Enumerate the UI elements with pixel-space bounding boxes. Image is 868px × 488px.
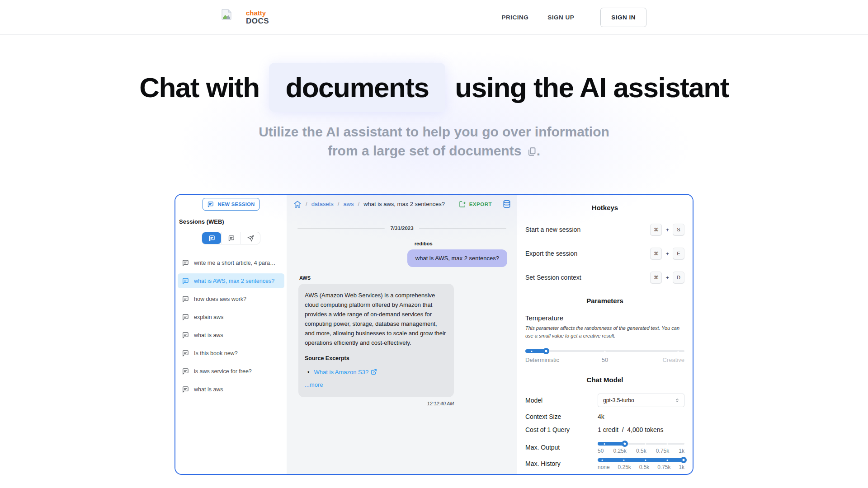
session-item[interactable]: write me a short article, 4 para… <box>178 255 284 270</box>
home-icon[interactable] <box>293 200 302 208</box>
key-plus: + <box>665 250 669 257</box>
sign-in-button[interactable]: SIGN IN <box>600 8 646 27</box>
breadcrumb-link-datasets[interactable]: datasets <box>311 201 334 207</box>
ai-message: AWS AWS (Amazon Web Services) is a compr… <box>298 275 507 406</box>
session-item[interactable]: is aws service for free? <box>178 364 284 379</box>
chat-bubble-icon <box>182 386 189 393</box>
hero-subtitle-end: . <box>537 143 540 158</box>
main-nav: PRICING SIGN UP SIGN IN <box>501 8 646 27</box>
session-item-active[interactable]: what is AWS, max 2 sentences? <box>178 273 284 288</box>
key-cmd: ⌘ <box>650 248 662 259</box>
hotkey-label: Export the session <box>525 250 577 257</box>
temperature-scale: Deterministic 50 Creative <box>525 357 684 363</box>
ai-message-body: AWS (Amazon Web Services) is a comprehen… <box>305 291 448 347</box>
session-item[interactable]: explain aws <box>178 310 284 324</box>
breadcrumb-separator: / <box>338 201 340 207</box>
logo[interactable]: chatty DOCS <box>222 9 269 26</box>
new-session-button[interactable]: NEW SESSION <box>203 198 259 211</box>
context-size-row: Context Size 4k <box>525 413 684 420</box>
tab-telegram-sessions[interactable] <box>241 232 260 244</box>
app-preview-card: NEW SESSION Sessions (WEB) write me a sh… <box>175 194 693 475</box>
site-header: chatty DOCS PRICING SIGN UP SIGN IN <box>0 0 868 35</box>
session-item[interactable]: what is aws <box>178 328 284 343</box>
session-item[interactable]: how does aws work? <box>178 291 284 306</box>
scale-right: Creative <box>663 357 684 363</box>
logo-broken-image-icon <box>222 9 231 20</box>
export-button[interactable]: EXPORT <box>459 201 492 208</box>
context-size-value: 4k <box>598 413 604 420</box>
session-source-tabs <box>202 232 260 244</box>
cost-row: Cost of 1 Query 1 credit / 4,000 tokens <box>525 426 684 433</box>
source-excerpts-title: Source Excerpts <box>305 354 448 363</box>
message-timestamp: 12:12:40 AM <box>298 401 454 406</box>
logo-text-line2: DOCS <box>246 17 269 26</box>
source-link[interactable]: What is Amazon S3? <box>314 367 377 377</box>
key-plus: + <box>665 226 669 233</box>
breadcrumb: / datasets / aws / what is aws, max 2 se… <box>287 195 517 213</box>
source-excerpts-list: What is Amazon S3? <box>307 367 448 377</box>
max-output-slider[interactable] <box>598 441 684 447</box>
nav-signup[interactable]: SIGN UP <box>547 14 574 21</box>
nav-pricing[interactable]: PRICING <box>501 14 528 21</box>
chevron-updown-icon <box>675 397 680 404</box>
key-cmd: ⌘ <box>650 272 662 283</box>
temperature-slider[interactable] <box>525 348 684 354</box>
more-link[interactable]: ...more <box>305 380 448 389</box>
chat-bubble-icon <box>182 259 189 267</box>
hero-title: Chat with documents using the AI assista… <box>0 74 868 102</box>
model-label: Model <box>525 397 598 404</box>
export-icon <box>459 201 466 208</box>
settings-panel: Hotkeys Start a new session ⌘ + S Export… <box>517 195 693 475</box>
breadcrumb-link-aws[interactable]: aws <box>343 201 354 207</box>
chat-bubble-icon <box>182 332 189 339</box>
user-message: redibos what is AWS, max 2 sentences? <box>297 241 507 267</box>
hotkey-label: Set Session context <box>525 274 581 281</box>
chat-panel: / datasets / aws / what is aws, max 2 se… <box>287 195 517 475</box>
cost-value: 1 credit / 4,000 tokens <box>598 426 664 433</box>
model-row: Model gpt-3.5-turbo <box>525 394 684 407</box>
hero-subtitle-line1: Utilize the AI assistant to help you go … <box>259 124 609 139</box>
slider-handle[interactable] <box>543 348 549 354</box>
session-item[interactable]: Is this book new? <box>178 346 284 361</box>
hotkey-label: Start a new session <box>525 226 580 233</box>
max-output-ticks: 50 0.25k 0.5k 0.75k 1k <box>598 448 684 454</box>
hero-title-pre: Chat with <box>139 72 259 103</box>
user-message-bubble: what is AWS, max 2 sentences? <box>407 249 507 267</box>
model-select[interactable]: gpt-3.5-turbo <box>598 394 684 407</box>
max-history-ticks: none 0.25k 0.5k 0.75k 1k <box>598 464 684 470</box>
chat-bubble-icon <box>207 201 214 208</box>
breadcrumb-separator: / <box>306 201 307 207</box>
chat-bubble-icon <box>182 277 189 285</box>
tab-chat-sessions[interactable] <box>221 232 241 244</box>
hero-title-highlight: documents <box>269 63 445 112</box>
paper-plane-icon <box>247 235 254 242</box>
hero-section: Chat with documents using the AI assista… <box>0 35 868 160</box>
external-link-icon <box>371 369 377 375</box>
user-message-author: redibos <box>407 241 507 246</box>
breadcrumb-current: what is aws, max 2 sentences? <box>363 201 445 207</box>
chat-bubble-icon <box>182 296 189 303</box>
slider-handle[interactable] <box>680 457 687 463</box>
slider-fill <box>598 442 625 446</box>
key-cmd: ⌘ <box>650 224 662 235</box>
hero-title-post: using the AI assistant <box>455 72 729 103</box>
session-item[interactable]: what is aws <box>178 382 284 397</box>
max-history-row: Max. History none 0.25k 0.5k 0.75k 1k <box>525 457 684 470</box>
hotkey-row-new-session: Start a new session ⌘ + S <box>525 224 684 235</box>
chat-model-title: Chat Model <box>525 376 684 384</box>
breadcrumb-separator: / <box>358 201 360 207</box>
copy-icon <box>527 147 537 156</box>
sessions-sidebar: NEW SESSION Sessions (WEB) write me a sh… <box>175 195 287 475</box>
temperature-label: Temperature <box>525 314 684 322</box>
database-icon[interactable] <box>502 200 511 209</box>
chat-bubble-icon <box>182 314 189 321</box>
slider-fill <box>598 458 684 462</box>
key-letter: E <box>673 248 684 259</box>
hero-subtitle-line2: from a large set of documents <box>328 143 521 158</box>
scale-left: Deterministic <box>525 357 559 363</box>
key-letter: S <box>673 224 684 235</box>
tab-web-sessions[interactable] <box>202 232 221 244</box>
slider-handle[interactable] <box>622 441 628 447</box>
model-value: gpt-3.5-turbo <box>603 397 634 404</box>
max-history-slider[interactable] <box>598 457 684 463</box>
